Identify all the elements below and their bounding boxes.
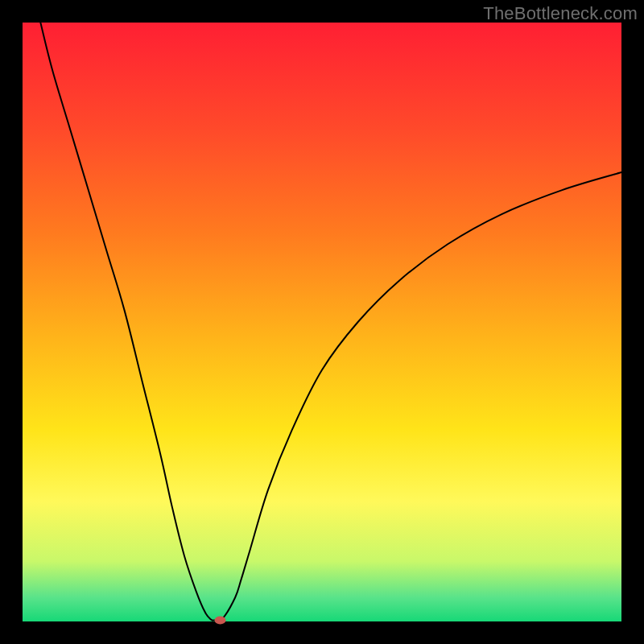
watermark-text: TheBottleneck.com <box>483 3 638 24</box>
plot-area <box>23 23 621 621</box>
curve-svg <box>23 23 621 621</box>
bottleneck-curve <box>40 23 621 621</box>
chart-frame: TheBottleneck.com <box>0 0 644 644</box>
optimal-marker <box>215 617 226 625</box>
